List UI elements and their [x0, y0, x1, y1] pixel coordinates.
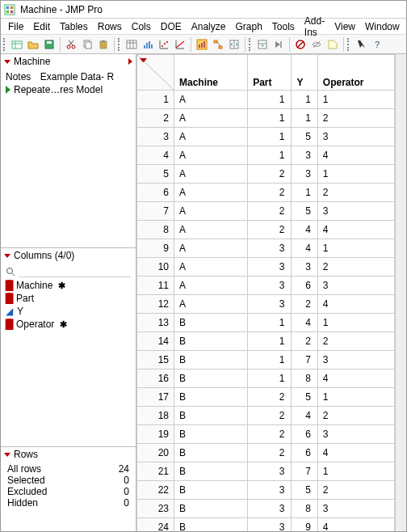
cell-part[interactable]: 2 — [248, 444, 292, 462]
cell-operator[interactable]: 3 — [317, 277, 394, 295]
cell-operator[interactable]: 2 — [317, 481, 394, 500]
cell-machine[interactable]: A — [174, 165, 248, 184]
menu-doe[interactable]: DOE — [157, 20, 186, 33]
cell-part[interactable]: 2 — [248, 425, 292, 444]
cell-machine[interactable]: B — [174, 314, 248, 332]
cell-y[interactable]: 4 — [292, 407, 317, 425]
rows-panel-disclosure-icon[interactable] — [4, 453, 10, 457]
cell-y[interactable]: 5 — [292, 388, 317, 407]
menu-view[interactable]: View — [330, 20, 359, 33]
cell-part[interactable]: 2 — [248, 407, 292, 425]
row-number[interactable]: 18 — [137, 407, 174, 425]
save-icon[interactable] — [42, 37, 57, 52]
menu-cols[interactable]: Cols — [128, 20, 155, 33]
table-row[interactable]: 7A253 — [137, 202, 395, 221]
row-number[interactable]: 11 — [137, 277, 174, 295]
rows-stat-selected[interactable]: Selected0 — [6, 475, 131, 486]
paste-icon[interactable] — [96, 37, 111, 52]
cell-y[interactable]: 6 — [292, 425, 317, 444]
cell-machine[interactable]: B — [174, 500, 248, 518]
exclude-icon[interactable] — [293, 37, 308, 52]
cell-y[interactable]: 1 — [292, 91, 317, 109]
menu-tables[interactable]: Tables — [56, 20, 92, 33]
cell-part[interactable]: 3 — [248, 277, 292, 295]
cell-operator[interactable]: 3 — [317, 202, 394, 221]
table-row[interactable]: 6A212 — [137, 184, 395, 202]
table-row[interactable]: 21B371 — [137, 462, 395, 481]
row-number[interactable]: 9 — [137, 239, 174, 258]
row-number[interactable]: 20 — [137, 444, 174, 462]
cell-operator[interactable]: 3 — [317, 425, 394, 444]
cell-part[interactable]: 1 — [248, 91, 292, 109]
row-number[interactable]: 1 — [137, 91, 174, 109]
cell-operator[interactable]: 1 — [317, 314, 394, 332]
cell-machine[interactable]: A — [174, 184, 248, 202]
cell-machine[interactable]: B — [174, 388, 248, 407]
table-row[interactable]: 22B352 — [137, 481, 395, 500]
cell-y[interactable]: 8 — [292, 369, 317, 388]
cell-y[interactable]: 5 — [292, 481, 317, 500]
columns-panel-disclosure-icon[interactable] — [4, 254, 10, 258]
cell-y[interactable]: 6 — [292, 277, 317, 295]
open-folder-icon[interactable] — [26, 37, 40, 52]
cell-part[interactable]: 1 — [248, 314, 292, 332]
row-number[interactable]: 2 — [137, 109, 174, 128]
cell-machine[interactable]: A — [174, 221, 248, 239]
cell-y[interactable]: 7 — [292, 351, 317, 369]
search-icon[interactable] — [6, 267, 15, 277]
menu-addins[interactable]: Add-Ins — [300, 15, 329, 39]
cell-part[interactable]: 1 — [248, 146, 292, 165]
cell-operator[interactable]: 2 — [317, 184, 394, 202]
play-icon[interactable] — [6, 86, 10, 94]
table-row[interactable]: 20B264 — [137, 444, 395, 462]
row-number[interactable]: 12 — [137, 295, 174, 314]
table-row[interactable]: 1A111 — [137, 91, 395, 109]
menu-graph[interactable]: Graph — [231, 20, 266, 33]
row-number[interactable]: 21 — [137, 462, 174, 481]
cell-operator[interactable]: 4 — [317, 295, 394, 314]
label-icon[interactable] — [325, 37, 340, 52]
table-row[interactable]: 12A324 — [137, 295, 395, 314]
cell-part[interactable]: 2 — [248, 165, 292, 184]
row-number[interactable]: 6 — [137, 184, 174, 202]
cell-operator[interactable]: 1 — [317, 165, 394, 184]
column-item-part[interactable]: ▋Part — [6, 292, 131, 305]
cell-operator[interactable]: 1 — [317, 91, 394, 109]
vertical-scrollbar[interactable] — [395, 54, 406, 531]
cell-machine[interactable]: A — [174, 295, 248, 314]
table-row[interactable]: 14B122 — [137, 332, 395, 351]
table-row[interactable]: 11A363 — [137, 277, 395, 295]
column-item-y[interactable]: ◢Y — [6, 305, 131, 318]
cut-icon[interactable] — [64, 37, 78, 52]
cell-operator[interactable]: 3 — [317, 351, 394, 369]
cell-machine[interactable]: B — [174, 425, 248, 444]
table-row[interactable]: 9A341 — [137, 239, 395, 258]
column-item-operator[interactable]: ▋Operator✱ — [6, 318, 131, 331]
cell-part[interactable]: 3 — [248, 481, 292, 500]
row-number[interactable]: 10 — [137, 258, 174, 277]
last-icon[interactable] — [271, 37, 286, 52]
cell-machine[interactable]: A — [174, 277, 248, 295]
row-number[interactable]: 16 — [137, 369, 174, 388]
row-number[interactable]: 19 — [137, 425, 174, 444]
open-table-icon[interactable] — [10, 37, 24, 52]
cell-machine[interactable]: A — [174, 239, 248, 258]
cell-machine[interactable]: A — [174, 109, 248, 128]
cell-part[interactable]: 2 — [248, 388, 292, 407]
table-panel-disclosure-icon[interactable] — [4, 60, 10, 64]
cell-part[interactable]: 1 — [248, 109, 292, 128]
menu-analyze[interactable]: Analyze — [187, 20, 230, 33]
table-row[interactable]: 2A112 — [137, 109, 395, 128]
script-menu-icon[interactable] — [128, 57, 132, 66]
cell-machine[interactable]: B — [174, 369, 248, 388]
rows-stat-all-rows[interactable]: All rows24 — [6, 463, 131, 475]
row-number[interactable]: 4 — [137, 146, 174, 165]
hide-icon[interactable] — [309, 37, 324, 52]
table-row[interactable]: 10A332 — [137, 258, 395, 277]
cell-operator[interactable]: 4 — [317, 146, 394, 165]
cell-machine[interactable]: A — [174, 202, 248, 221]
cell-part[interactable]: 1 — [248, 351, 292, 369]
table-row[interactable]: 3A153 — [137, 128, 395, 146]
cell-part[interactable]: 2 — [248, 221, 292, 239]
notes-row[interactable]: Notes Example Data- R — [6, 70, 131, 83]
